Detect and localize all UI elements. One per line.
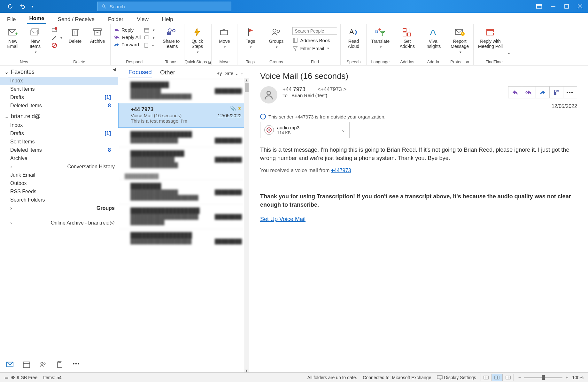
sort-button[interactable]: By Date ⌄ xyxy=(216,71,239,76)
reply-button[interactable]: Reply xyxy=(114,27,141,33)
tab-view[interactable]: View xyxy=(135,14,151,24)
close-icon[interactable] xyxy=(578,4,582,9)
tab-home[interactable]: Home xyxy=(27,13,46,24)
tab-send-receive[interactable]: Send / Receive xyxy=(56,14,97,24)
folder-deleted[interactable]: Deleted Items8 xyxy=(0,146,118,154)
zoom-in-button[interactable]: + xyxy=(566,375,568,380)
read-aloud-button[interactable]: A ReadAloud xyxy=(344,26,363,50)
folder-rss[interactable]: RSS Feeds xyxy=(0,187,118,196)
tab-folder[interactable]: Folder xyxy=(106,14,125,24)
list-item[interactable]: ████████████████████████████████████████… xyxy=(118,180,249,204)
scrollbar-thumb[interactable] xyxy=(245,83,249,92)
folder-drafts-fav[interactable]: Drafts[1] xyxy=(0,93,118,102)
get-addins-button[interactable]: GetAdd-ins xyxy=(398,26,417,50)
forward-action[interactable] xyxy=(536,86,550,98)
list-item[interactable]: ████████████████████████████████████████… xyxy=(118,78,249,103)
ribbon-display-icon[interactable] xyxy=(536,4,542,9)
attachment[interactable]: audio.mp3 114 KB ⌄ xyxy=(260,122,350,138)
scrollbar[interactable]: ▲ ▼ xyxy=(244,78,249,372)
trash-icon xyxy=(70,27,80,37)
collapse-ribbon-icon[interactable]: ⌃ xyxy=(507,52,511,57)
list-item[interactable]: ████████████████████████████████████████… xyxy=(118,204,249,229)
search-input[interactable] xyxy=(110,4,227,9)
filter-email-button[interactable]: Filter Email xyxy=(292,46,337,51)
delete-button[interactable]: Delete xyxy=(66,26,85,45)
forward-button[interactable]: Forward xyxy=(114,42,141,47)
archive-button[interactable]: Archive xyxy=(88,26,107,45)
folder-sent[interactable]: Sent Items xyxy=(0,138,118,146)
more-actions[interactable]: ••• xyxy=(563,86,577,98)
view-reading-icon[interactable] xyxy=(492,374,503,381)
list-item[interactable]: ████████████████████████████████████████… xyxy=(118,147,249,172)
groups-button[interactable]: Groups xyxy=(267,26,286,50)
tab-focused[interactable]: Focused xyxy=(128,69,152,78)
new-email-button[interactable]: + NewEmail xyxy=(3,26,22,50)
list-item-selected[interactable]: 📎✉ +44 7973 Voice Mail (16 seconds) This… xyxy=(118,103,249,128)
folder-inbox[interactable]: Inbox xyxy=(0,121,118,129)
account-header[interactable]: brian.reid@ xyxy=(0,110,118,121)
reply-action[interactable] xyxy=(508,86,522,98)
minimize-icon[interactable] xyxy=(551,4,555,9)
tab-other[interactable]: Other xyxy=(160,69,175,78)
reply-all-action[interactable] xyxy=(522,86,536,98)
move-button[interactable]: Move xyxy=(215,26,234,50)
nav-mail-icon[interactable] xyxy=(6,361,13,368)
im-button[interactable] xyxy=(144,35,155,41)
view-normal-icon[interactable] xyxy=(481,374,492,381)
folder-search[interactable]: Search Folders xyxy=(0,196,118,204)
zoom-slider[interactable] xyxy=(524,377,562,378)
translate-button[interactable]: a字 Translate xyxy=(370,26,391,50)
share-teams-button[interactable]: T Share toTeams xyxy=(161,26,181,50)
viva-insights-button[interactable]: VivaInsights xyxy=(423,26,443,50)
search-people-input[interactable] xyxy=(292,27,337,35)
online-archive-header[interactable]: Online Archive - brian.reid@ xyxy=(0,219,118,227)
reply-all-button[interactable]: Reply All xyxy=(114,34,141,40)
qat-customize-icon[interactable]: ▾ xyxy=(31,4,33,9)
maximize-icon[interactable] xyxy=(564,4,569,9)
chevron-down-icon[interactable]: ⌄ xyxy=(341,127,345,133)
zoom-out-button[interactable]: − xyxy=(518,375,521,380)
tab-help[interactable]: Help xyxy=(160,14,175,24)
nav-tasks-icon[interactable] xyxy=(56,361,63,368)
tab-file[interactable]: File xyxy=(5,14,18,24)
nav-calendar-icon[interactable] xyxy=(23,361,30,368)
quick-steps-button[interactable]: QuickSteps xyxy=(188,26,207,56)
view-book-icon[interactable] xyxy=(503,374,514,381)
teams-action[interactable] xyxy=(549,86,563,98)
meeting-button[interactable] xyxy=(144,27,155,33)
junk-button[interactable] xyxy=(51,42,62,48)
report-message-button[interactable]: ! ReportMessage xyxy=(449,26,470,56)
display-settings-button[interactable]: Display Settings xyxy=(437,375,476,380)
nav-people-icon[interactable] xyxy=(40,361,47,368)
favorites-header[interactable]: Favorites xyxy=(0,65,118,77)
list-item[interactable]: ██████████████████████████████████████ xyxy=(118,128,249,147)
folder-drafts[interactable]: Drafts[1] xyxy=(0,129,118,138)
search-box[interactable] xyxy=(97,2,231,11)
sort-direction-icon[interactable]: ↑ xyxy=(241,71,244,76)
folder-outbox[interactable]: Outbox xyxy=(0,179,118,187)
caller-link[interactable]: +447973 xyxy=(331,168,351,173)
svg-point-36 xyxy=(277,30,280,33)
folder-junk[interactable]: Junk Email xyxy=(0,171,118,179)
meeting-poll-button[interactable]: Reply withMeeting Poll xyxy=(477,26,504,50)
folder-sent-fav[interactable]: Sent Items xyxy=(0,85,118,93)
nav-more-icon[interactable]: ••• xyxy=(73,361,80,368)
folder-conversation-history[interactable]: Conversation History xyxy=(0,163,118,171)
list-item[interactable]: ████████████████████████████████████████… xyxy=(118,229,249,248)
address-book-button[interactable]: Address Book xyxy=(292,37,337,43)
cleanup-button[interactable] xyxy=(51,35,62,41)
more-respond-button[interactable] xyxy=(144,42,155,48)
setup-voicemail-link[interactable]: Set Up Voice Mail xyxy=(260,216,306,222)
ignore-button[interactable] xyxy=(51,27,62,33)
folder-archive[interactable]: Archive xyxy=(0,154,118,163)
refresh-icon[interactable] xyxy=(7,3,13,10)
svg-text:a: a xyxy=(375,28,378,34)
folder-deleted-fav[interactable]: Deleted Items8 xyxy=(0,102,118,110)
new-items-button[interactable]: NewItems xyxy=(26,26,45,56)
folder-inbox-fav[interactable]: Inbox xyxy=(0,77,118,85)
dialog-launcher-icon[interactable]: ◪ xyxy=(208,60,211,64)
tags-button[interactable]: Tags xyxy=(241,26,260,50)
collapse-folder-pane-icon[interactable]: ◀ xyxy=(112,67,116,72)
groups-header[interactable]: Groups xyxy=(0,204,118,212)
undo-icon[interactable] xyxy=(19,3,26,10)
